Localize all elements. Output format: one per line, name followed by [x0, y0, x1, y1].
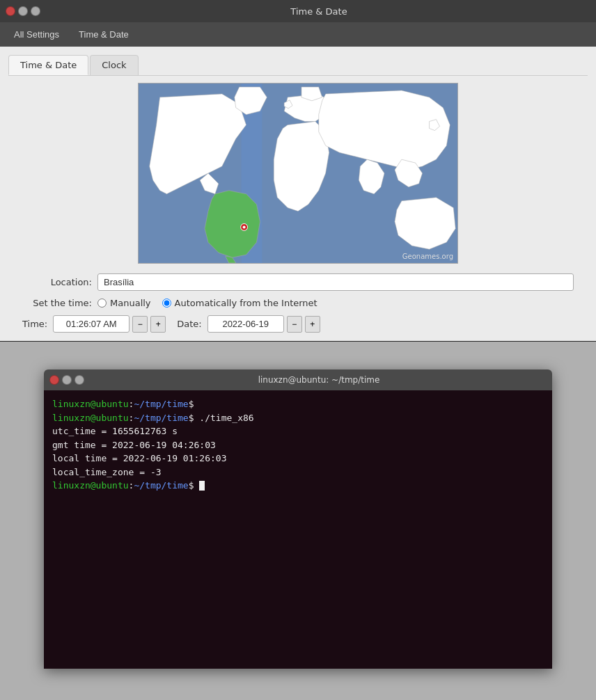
term-line-3: utc_time = 1655612763 s	[52, 424, 544, 438]
radio-group: Manually Automatically from the Internet	[97, 298, 317, 308]
tab-time-date[interactable]: Time & Date	[8, 55, 88, 75]
terminal-controls	[49, 375, 84, 385]
time-date-nav-button[interactable]: Time & Date	[70, 26, 137, 42]
term-line-2: linuxzn@ubuntu:~/tmp/time$ ./time_x86	[52, 411, 544, 425]
map-credit: Geonames.org	[402, 253, 453, 260]
window-titlebar: Time & Date	[0, 0, 596, 22]
date-increase-button[interactable]: +	[305, 316, 320, 333]
set-time-label: Set the time:	[22, 298, 92, 308]
window-nav: All Settings Time & Date	[0, 22, 596, 47]
world-map[interactable]: Geonames.org	[138, 83, 458, 264]
all-settings-button[interactable]: All Settings	[6, 26, 68, 42]
terminal-titlebar: linuxzn@ubuntu: ~/tmp/time	[44, 369, 552, 390]
minimize-button[interactable]	[18, 6, 28, 16]
tab-bar: Time & Date Clock	[8, 55, 588, 76]
term-line-5: local time = 2022-06-19 01:26:03	[52, 452, 544, 466]
window-content: Time & Date Clock	[0, 47, 596, 341]
radio-manually-input[interactable]	[97, 299, 107, 308]
term-line-6: local_time_zone = -3	[52, 466, 544, 479]
term-line-4: gmt time = 2022-06-19 04:26:03	[52, 438, 544, 452]
time-input[interactable]	[53, 315, 130, 333]
terminal-title: linuxzn@ubuntu: ~/tmp/time	[91, 375, 547, 385]
terminal-maximize-button[interactable]	[74, 375, 84, 385]
date-input[interactable]	[207, 315, 284, 333]
radio-auto-input[interactable]	[162, 299, 171, 308]
close-button[interactable]	[6, 6, 15, 16]
time-label: Time:	[22, 319, 47, 329]
window-controls	[6, 6, 40, 16]
location-label: Location:	[22, 277, 92, 287]
terminal-body[interactable]: linuxzn@ubuntu:~/tmp/time$ linuxzn@ubunt…	[44, 390, 552, 669]
terminal-cursor	[199, 481, 205, 491]
tab-clock[interactable]: Clock	[90, 55, 138, 75]
radio-auto[interactable]: Automatically from the Internet	[162, 298, 317, 308]
date-field: Date: − +	[177, 315, 320, 333]
time-increase-button[interactable]: +	[150, 316, 166, 333]
time-field: Time: − +	[22, 315, 166, 333]
date-label: Date:	[177, 319, 201, 329]
terminal-area: linuxzn@ubuntu: ~/tmp/time linuxzn@ubunt…	[0, 342, 596, 669]
terminal-minimize-button[interactable]	[62, 375, 72, 385]
time-date-row: Time: − + Date: − +	[8, 315, 588, 333]
window-title: Time & Date	[47, 6, 590, 17]
set-time-row: Set the time: Manually Automatically fro…	[8, 298, 588, 308]
time-date-window: Time & Date All Settings Time & Date Tim…	[0, 0, 596, 342]
maximize-button[interactable]	[31, 6, 40, 16]
term-line-1: linuxzn@ubuntu:~/tmp/time$	[52, 397, 544, 411]
terminal-window: linuxzn@ubuntu: ~/tmp/time linuxzn@ubunt…	[44, 369, 552, 669]
term-line-7: linuxzn@ubuntu:~/tmp/time$	[52, 479, 544, 493]
terminal-close-button[interactable]	[49, 375, 59, 385]
svg-point-3	[243, 225, 246, 228]
location-row: Location:	[8, 273, 588, 291]
time-decrease-button[interactable]: −	[132, 316, 148, 333]
location-input[interactable]	[97, 273, 574, 291]
date-decrease-button[interactable]: −	[287, 316, 302, 333]
radio-manually[interactable]: Manually	[97, 298, 151, 308]
